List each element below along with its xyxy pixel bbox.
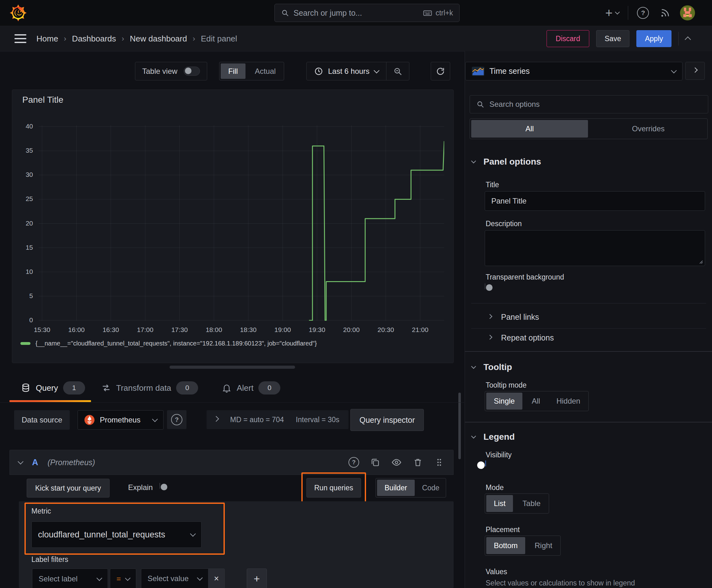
drag-query-handle[interactable]: [434, 458, 445, 467]
toggle-query-visibility-button[interactable]: [391, 457, 402, 468]
query-inspector-button[interactable]: Query inspector: [350, 409, 424, 431]
panel-preview: Panel Title 0510152025303540 15:3016:001…: [12, 89, 454, 363]
x-axis-tick-label: 15:30: [28, 326, 56, 334]
query-options-row[interactable]: MD = auto = 704 Interval = 30s: [207, 410, 348, 429]
trash-icon: [413, 457, 423, 467]
query-help-button[interactable]: ?: [348, 457, 359, 468]
active-tab-underline: [9, 400, 91, 402]
legend-placement-bottom[interactable]: Bottom: [486, 537, 525, 554]
editor-mode-group: Builder Code: [375, 478, 446, 498]
divider: [471, 328, 706, 329]
breadcrumb-home[interactable]: Home: [37, 34, 58, 44]
visualization-name: Time series: [490, 67, 667, 76]
apply-button[interactable]: Apply: [637, 30, 671, 47]
tab-query[interactable]: Query 1: [21, 381, 85, 395]
breadcrumb-new-dashboard[interactable]: New dashboard: [130, 34, 187, 44]
save-button[interactable]: Save: [596, 30, 629, 47]
table-view-toggle[interactable]: [184, 67, 200, 76]
resize-handle-icon[interactable]: [698, 259, 703, 264]
grip-icon: [434, 458, 444, 467]
news-button[interactable]: [660, 7, 670, 18]
kickstart-query-button[interactable]: Kick start your query: [27, 479, 110, 498]
description-textarea[interactable]: [485, 230, 705, 266]
query-row-header[interactable]: A (Prometheus) ?: [9, 450, 454, 475]
display-mode-actual[interactable]: Actual: [247, 62, 284, 80]
x-axis-tick-label: 18:00: [200, 326, 228, 334]
explain-toggle[interactable]: [159, 483, 160, 489]
panel-resize-handle[interactable]: [170, 365, 295, 369]
time-range-picker[interactable]: Last 6 hours: [307, 62, 386, 80]
topbar-divider: [628, 6, 628, 20]
add-new-button[interactable]: +: [605, 6, 612, 20]
add-filter-button[interactable]: +: [247, 569, 267, 588]
legend-mode-list[interactable]: List: [486, 495, 513, 512]
add-new-chevron-icon[interactable]: [616, 12, 619, 14]
x-axis-tick-label: 17:00: [131, 326, 159, 334]
zoom-out-icon: [393, 67, 403, 76]
tab-transform-data[interactable]: Transform data 0: [101, 381, 198, 395]
database-icon: [21, 383, 31, 393]
label-filter-label-select[interactable]: Select label: [32, 569, 108, 588]
menu-toggle-icon[interactable]: [15, 34, 26, 43]
query-ref-id[interactable]: A: [32, 458, 38, 467]
toggle-viz-picker-button[interactable]: [685, 62, 705, 80]
tab-alert-label: Alert: [237, 383, 253, 393]
legend-mode-table[interactable]: Table: [514, 494, 548, 513]
display-mode-fill[interactable]: Fill: [221, 63, 245, 79]
tooltip-mode-all[interactable]: All: [524, 391, 548, 411]
collapse-options-pane-icon[interactable]: [686, 36, 690, 42]
collapse-query-icon[interactable]: [18, 459, 23, 464]
panel-options-header[interactable]: Panel options: [472, 157, 541, 167]
user-avatar[interactable]: [679, 5, 695, 21]
chart-legend-item[interactable]: {__name__="cloudflared_tunnel_total_requ…: [20, 340, 317, 347]
help-icon: ?: [171, 414, 182, 425]
discard-button[interactable]: Discard: [546, 30, 589, 47]
select-label-placeholder: Select label: [39, 574, 92, 583]
options-tab-overrides[interactable]: Overrides: [589, 119, 707, 139]
grafana-logo-icon[interactable]: [9, 4, 27, 22]
tooltip-section-header[interactable]: Tooltip: [472, 362, 512, 372]
panel-links-section[interactable]: Panel links: [488, 313, 539, 322]
refresh-button[interactable]: [431, 62, 450, 80]
time-series-chart[interactable]: [39, 123, 444, 321]
run-queries-button[interactable]: Run queries: [306, 478, 361, 498]
tooltip-mode-single[interactable]: Single: [486, 393, 522, 410]
editor-mode-builder[interactable]: Builder: [377, 480, 415, 496]
tooltip-mode-hidden[interactable]: Hidden: [548, 391, 588, 411]
label-filter-value-select[interactable]: Select value: [141, 569, 209, 588]
datasource-label: Data source: [14, 410, 70, 430]
search-icon: [476, 100, 484, 108]
query-builder-body: Metric cloudflared_tunnel_total_requests…: [19, 501, 454, 588]
transparent-background-toggle[interactable]: [485, 283, 486, 289]
legend-placement-right[interactable]: Right: [526, 536, 560, 555]
transparent-background-label: Transparent background: [486, 273, 564, 281]
help-button[interactable]: ?: [637, 7, 649, 19]
breadcrumb-edit-panel: Edit panel: [201, 34, 237, 44]
search-bar[interactable]: Search or jump to... ctrl+k: [274, 4, 459, 22]
legend-visibility-toggle[interactable]: [486, 460, 486, 466]
datasource-picker[interactable]: Prometheus: [78, 410, 164, 430]
legend-section-header[interactable]: Legend: [472, 432, 515, 442]
tab-alert-count: 0: [258, 381, 280, 395]
editor-mode-code[interactable]: Code: [416, 478, 446, 497]
search-options-input[interactable]: Search options: [470, 95, 708, 113]
explain-label: Explain: [128, 483, 153, 492]
panel-title-input[interactable]: Panel Title: [485, 191, 705, 211]
datasource-help-button[interactable]: ?: [167, 410, 187, 429]
delete-query-button[interactable]: [412, 457, 423, 467]
breadcrumb-separator: ›: [122, 34, 124, 43]
duplicate-query-button[interactable]: [370, 457, 381, 467]
breadcrumb-dashboards[interactable]: Dashboards: [72, 34, 116, 44]
options-tab-all[interactable]: All: [471, 120, 588, 138]
x-axis-tick-label: 19:00: [268, 326, 297, 334]
remove-filter-button[interactable]: ×: [209, 569, 225, 588]
plus-icon: +: [254, 573, 260, 585]
visualization-picker[interactable]: Time series: [465, 62, 683, 80]
label-filter-operator-select[interactable]: =: [110, 569, 136, 588]
zoom-out-time-button[interactable]: [386, 62, 409, 80]
metric-select[interactable]: cloudflared_tunnel_total_requests: [31, 521, 201, 548]
tab-alert[interactable]: Alert 0: [222, 381, 280, 395]
y-axis-tick-label: 5: [12, 292, 33, 300]
repeat-options-section[interactable]: Repeat options: [488, 333, 554, 342]
datasource-name: Prometheus: [100, 416, 148, 424]
